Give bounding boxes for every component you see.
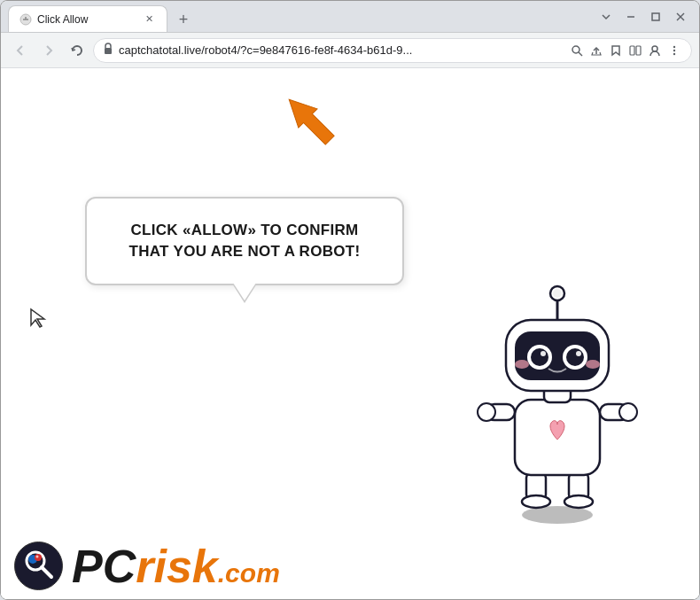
watermark-pc: PC [72,543,136,589]
page-content: CLICK «ALLOW» TO CONFIRM THAT YOU ARE NO… [1,68,699,599]
forward-button[interactable] [36,38,61,63]
title-bar-controls [595,5,692,28]
reader-mode-icon[interactable] [627,43,643,58]
svg-line-9 [579,52,582,56]
svg-marker-17 [280,90,339,150]
active-tab[interactable]: Click Allow ✕ [8,5,167,32]
watermark-brand: PC risk .com [72,543,280,589]
address-icons [569,43,682,58]
lock-icon [103,43,113,58]
watermark-risk: risk [136,543,218,589]
svg-point-21 [522,495,550,508]
svg-point-14 [673,45,675,47]
svg-point-37 [515,360,529,369]
orange-arrow [276,86,346,157]
bubble-text: CLICK «ALLOW» TO CONFIRM THAT YOU ARE NO… [129,222,361,260]
close-button[interactable] [669,5,692,28]
reload-button[interactable] [65,38,89,63]
watermark-com: .com [218,560,280,587]
mouse-cursor [29,308,47,332]
svg-point-16 [673,52,675,54]
url-text: captchatotal.live/robot4/?c=9e847616-fe8… [119,43,564,57]
svg-point-27 [619,403,637,421]
svg-point-22 [564,495,593,508]
maximize-button[interactable] [644,5,667,28]
tab-favicon [19,13,32,26]
svg-point-33 [531,348,548,366]
search-icon[interactable] [569,43,585,58]
address-bar[interactable]: captchatotal.live/robot4/?c=9e847616-fe8… [93,38,692,63]
svg-point-41 [553,289,562,298]
tabs-area: Click Allow ✕ + [8,1,595,32]
svg-point-38 [586,360,600,369]
speech-bubble: CLICK «ALLOW» TO CONFIRM THAT YOU ARE NO… [85,197,404,285]
svg-rect-11 [630,46,634,55]
new-tab-button[interactable]: + [171,7,196,32]
svg-rect-12 [636,46,641,55]
share-icon[interactable] [588,43,604,58]
tab-title: Click Allow [37,13,136,26]
menu-icon[interactable] [666,43,682,58]
title-bar: Click Allow ✕ + [1,1,699,33]
bookmark-icon[interactable] [608,43,624,58]
svg-point-13 [652,46,657,51]
toolbar: captchatotal.live/robot4/?c=9e847616-fe8… [1,33,699,68]
chevron-down-button[interactable] [595,5,618,28]
svg-rect-7 [105,48,112,54]
robot-image [469,262,646,528]
svg-point-15 [673,49,675,51]
svg-point-34 [566,348,584,366]
svg-point-26 [478,403,495,421]
svg-rect-4 [652,13,659,20]
back-button[interactable] [8,38,33,63]
minimize-button[interactable] [619,5,642,28]
svg-point-36 [576,351,581,356]
account-icon[interactable] [647,43,663,58]
tab-close-button[interactable]: ✕ [142,12,156,27]
watermark: PC risk .com [1,533,699,599]
svg-point-42 [15,542,63,590]
svg-point-47 [36,556,39,558]
browser-window: Click Allow ✕ + [0,0,700,600]
svg-point-35 [541,351,546,356]
svg-point-8 [572,46,579,53]
